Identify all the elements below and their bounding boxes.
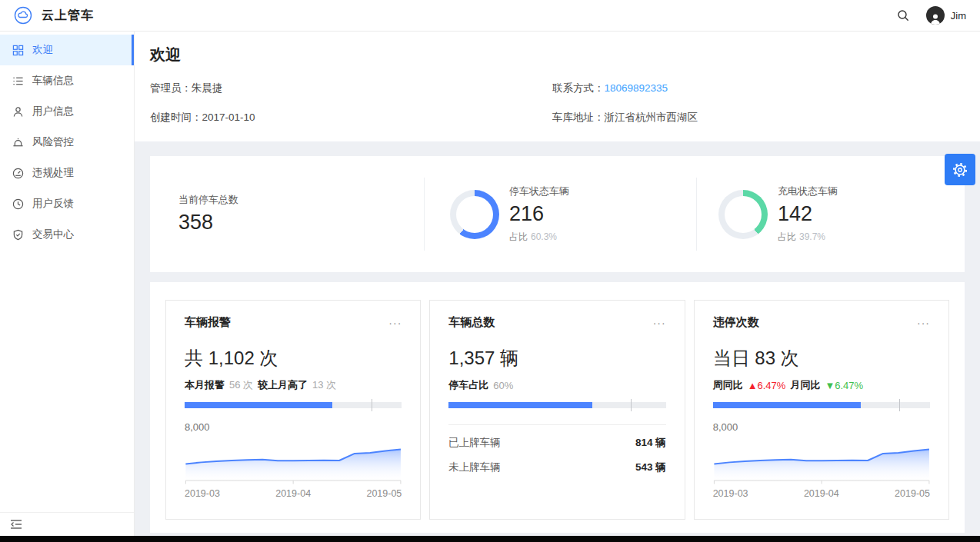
- avatar: [926, 6, 945, 25]
- shield-icon: [12, 229, 24, 241]
- chart-ymax-label: 8,000: [713, 421, 930, 433]
- stat-label: 停车状态车辆: [509, 185, 569, 198]
- divider: [448, 424, 665, 425]
- sidebar-item-user-info[interactable]: 用户信息: [0, 96, 134, 127]
- sidebar-item-label: 车辆信息: [32, 74, 74, 88]
- sidebar-item-trade-center[interactable]: 交易中心: [0, 219, 134, 250]
- sidebar-item-violation-handling[interactable]: 违规处理: [0, 158, 134, 188]
- app-logo: 云上管车: [14, 6, 94, 25]
- sidebar-item-label: 交易中心: [32, 228, 74, 241]
- stat-label: 充电状态车辆: [778, 185, 838, 198]
- card-headline: 当日 83 次: [713, 346, 930, 371]
- alarm-icon: [12, 137, 24, 148]
- card-headline: 1,357 辆: [448, 346, 665, 371]
- card-subline: 本月报警56 次 较上月高了13 次: [185, 378, 402, 392]
- main-content: 欢迎 管理员：朱晨捷 联系方式：18069892335 创建时间：2017-01…: [135, 32, 980, 536]
- welcome-panel: 欢迎 管理员：朱晨捷 联系方式：18069892335 创建时间：2017-01…: [135, 32, 980, 141]
- progress-bar: [713, 402, 930, 408]
- alarm-trend-chart: 8,000 2019-032019-042019-05: [185, 421, 402, 499]
- contact-label: 联系方式：: [552, 82, 605, 94]
- sidebar-item-label: 欢迎: [32, 43, 53, 57]
- chart-x-labels: 2019-032019-042019-05: [185, 488, 402, 499]
- chart-ymax-label: 8,000: [185, 421, 402, 433]
- chart-x-labels: 2019-032019-042019-05: [713, 488, 930, 499]
- user-menu[interactable]: Jim: [926, 6, 966, 25]
- card-title: 车辆总数: [448, 315, 495, 330]
- card-title: 车辆报警: [185, 315, 231, 330]
- sidebar-item-user-feedback[interactable]: 用户反馈: [0, 188, 134, 219]
- sidebar-item-label: 风险管控: [32, 135, 74, 149]
- illegal-parking-card: 违停次数 ··· 当日 83 次 周同比▲6.47% 月同比▼6.47% 8,0…: [694, 300, 949, 520]
- admin-value: 朱晨捷: [192, 82, 223, 94]
- address-value: 浙江省杭州市西湖区: [605, 111, 698, 123]
- cloud-logo-icon: [14, 6, 32, 25]
- stats-panel: 当前停车总数 358 停车状态车辆 216 占比60.3%: [150, 156, 965, 272]
- registered-vehicles-row: 已上牌车辆814 辆: [448, 436, 665, 450]
- stat-total-parking: 当前停车总数 358: [150, 178, 424, 251]
- parked-donut-chart: [450, 190, 499, 239]
- area-chart: [713, 434, 930, 485]
- illegal-parking-trend-chart: 8,000 2019-032019-042019-05: [713, 421, 930, 499]
- created-value: 2017-01-10: [202, 111, 255, 123]
- card-subline: 周同比▲6.47% 月同比▼6.47%: [713, 378, 930, 392]
- progress-bar: [185, 402, 402, 408]
- charging-donut-chart: [718, 190, 768, 239]
- sidebar-item-welcome[interactable]: 欢迎: [0, 35, 134, 65]
- grid-icon: [12, 45, 24, 56]
- gauge-icon: [12, 168, 24, 179]
- trend-down-value: ▼6.47%: [825, 380, 863, 391]
- contact-field: 联系方式：18069892335: [552, 81, 965, 95]
- cards-panel: 车辆报警 ··· 共 1,102 次 本月报警56 次 较上月高了13 次 8,…: [150, 282, 965, 533]
- sidebar-item-label: 用户反馈: [32, 197, 74, 211]
- stat-charging-vehicles: 充电状态车辆 142 占比39.7%: [697, 178, 965, 251]
- created-label: 创建时间：: [150, 111, 202, 123]
- admin-label: 管理员：: [150, 82, 192, 94]
- admin-field: 管理员：朱晨捷: [150, 81, 552, 95]
- vehicle-alarm-card: 车辆报警 ··· 共 1,102 次 本月报警56 次 较上月高了13 次 8,…: [165, 300, 421, 520]
- stat-ratio: 占比39.7%: [778, 231, 838, 244]
- stat-label: 当前停车总数: [178, 193, 238, 207]
- page-title: 欢迎: [150, 45, 965, 65]
- sidebar: 欢迎 车辆信息 用户信息 风险管控: [0, 32, 135, 536]
- user-icon: [12, 106, 24, 118]
- card-title: 违停次数: [713, 315, 759, 330]
- person-icon: [928, 12, 942, 25]
- card-subline: 停车占比60%: [448, 378, 665, 392]
- settings-button[interactable]: [945, 154, 975, 185]
- card-menu-button[interactable]: ···: [388, 318, 402, 328]
- bottom-bar: [0, 536, 980, 542]
- sidebar-item-label: 用户信息: [32, 105, 74, 118]
- sidebar-item-label: 违规处理: [32, 166, 74, 180]
- collapse-sidebar-button[interactable]: [10, 519, 22, 530]
- unregistered-vehicles-row: 未上牌车辆543 辆: [448, 461, 665, 474]
- card-headline: 共 1,102 次: [185, 346, 402, 371]
- search-icon: [897, 9, 909, 22]
- user-name: Jim: [951, 10, 966, 22]
- sidebar-footer: [0, 512, 134, 536]
- contact-phone-link[interactable]: 18069892335: [605, 82, 668, 94]
- created-field: 创建时间：2017-01-10: [150, 111, 552, 125]
- dashboard-screen: 云上管车 Jim: [0, 0, 980, 542]
- card-menu-button[interactable]: ···: [917, 318, 930, 328]
- stat-value: 358: [178, 210, 238, 234]
- sidebar-item-risk-control[interactable]: 风险管控: [0, 127, 134, 158]
- stat-value: 142: [778, 201, 838, 226]
- progress-bar: [448, 402, 665, 408]
- top-bar: 云上管车 Jim: [0, 0, 980, 32]
- trend-up-value: ▲6.47%: [748, 380, 786, 391]
- app-title: 云上管车: [42, 8, 94, 24]
- address-field: 车库地址：浙江省杭州市西湖区: [552, 111, 965, 125]
- clock-icon: [12, 198, 24, 210]
- sidebar-item-vehicle-info[interactable]: 车辆信息: [0, 65, 134, 96]
- stat-value: 216: [509, 201, 569, 226]
- stat-parked-vehicles: 停车状态车辆 216 占比60.3%: [425, 178, 696, 251]
- gear-icon: [952, 161, 968, 178]
- vehicle-total-card: 车辆总数 ··· 1,357 辆 停车占比60% 已上牌车辆814 辆: [429, 300, 685, 520]
- search-button[interactable]: [897, 9, 909, 22]
- area-chart: [185, 434, 402, 485]
- card-menu-button[interactable]: ···: [653, 318, 666, 328]
- stat-ratio: 占比60.3%: [509, 231, 569, 244]
- list-icon: [12, 75, 24, 87]
- collapse-sidebar-icon: [10, 519, 22, 530]
- address-label: 车库地址：: [552, 111, 605, 123]
